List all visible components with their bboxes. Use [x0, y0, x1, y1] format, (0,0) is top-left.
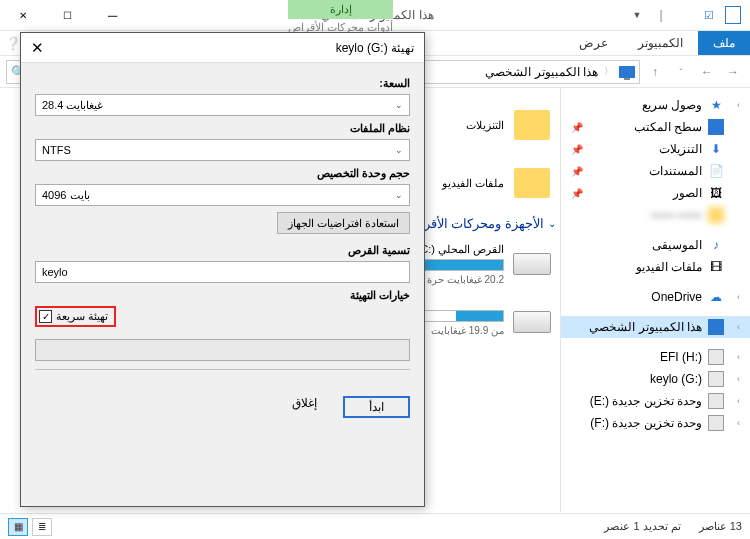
quick-format-label: تهيئة سريعة: [56, 310, 108, 323]
dialog-titlebar[interactable]: تهيئة (:keylo (G ✕: [21, 33, 424, 63]
filesystem-label: نظام الملفات: [35, 122, 410, 135]
up-button[interactable]: ↑: [644, 61, 666, 83]
addr-text: هذا الكمبيوتر الشخصي: [485, 65, 598, 79]
pc-icon: [619, 66, 635, 78]
pin-icon: 📌: [571, 122, 583, 133]
capacity-label: السعة:: [35, 77, 410, 90]
nav-music[interactable]: ♪الموسيقى: [561, 234, 750, 256]
chevron-down-icon: ⌄: [395, 100, 403, 110]
tab-computer[interactable]: الكمبيوتر: [623, 31, 698, 55]
nav-blur[interactable]: —— ——: [561, 204, 750, 226]
forward-button[interactable]: ←: [696, 61, 718, 83]
maximize-button[interactable]: ☐: [45, 0, 90, 30]
volume-label-label: تسمية القرص: [35, 244, 410, 257]
nav-this-pc[interactable]: ›هذا الكمبيوتر الشخصي: [561, 316, 750, 338]
filesystem-combo[interactable]: NTFS⌄: [35, 139, 410, 161]
recent-chevron-icon[interactable]: ˇ: [670, 61, 692, 83]
nav-keylo[interactable]: ›keylo (G:): [561, 368, 750, 390]
back-button[interactable]: →: [722, 61, 744, 83]
chevron-down-icon: ⌄: [395, 190, 403, 200]
pin-icon: 📌: [571, 144, 583, 155]
nav-videos[interactable]: 🎞ملفات الفيديو: [561, 256, 750, 278]
tab-file[interactable]: ملف: [698, 31, 750, 55]
navigation-pane: ›★وصول سريع سطح المكتب📌 ⬇التنزيلات📌 📄الم…: [560, 88, 750, 512]
restore-defaults-button[interactable]: استعادة افتراضيات الجهاز: [277, 212, 410, 234]
manage-label: إدارة: [288, 0, 393, 19]
start-button[interactable]: ابدأ: [347, 400, 406, 414]
disabled-field: [35, 339, 410, 361]
capacity-combo[interactable]: 28.4 غيغابايت⌄: [35, 94, 410, 116]
allocation-label: حجم وحدة التخصيص: [35, 167, 410, 180]
status-selected: تم تحديد 1 عنصر: [604, 520, 680, 533]
nav-documents[interactable]: 📄المستندات📌: [561, 160, 750, 182]
dialog-title: تهيئة (:keylo (G: [336, 41, 414, 55]
window-controls: ─ ☐ ✕: [0, 0, 135, 30]
quick-format-checkbox[interactable]: ✓: [39, 310, 52, 323]
contextual-tab-manage[interactable]: إدارة أدوات محركات الأقراص: [288, 0, 393, 36]
allocation-combo[interactable]: 4096 بايت⌄: [35, 184, 410, 206]
status-bar: 13 عناصر تم تحديد 1 عنصر ≣ ▦: [0, 513, 750, 539]
qat-chevron-icon[interactable]: ▼: [626, 4, 648, 26]
minimize-button[interactable]: ─: [90, 0, 135, 30]
title-bar: ☑ | ▼ هذا الكمبيوتر الشخصي إدارة أدوات م…: [0, 0, 750, 31]
nav-efi[interactable]: ›EFI (H:): [561, 346, 750, 368]
close-dialog-button[interactable]: إغلاق: [274, 396, 335, 418]
blank-icon: [674, 4, 696, 26]
dialog-close-icon[interactable]: ✕: [31, 39, 44, 57]
properties-icon[interactable]: ☑: [698, 4, 720, 26]
nav-downloads[interactable]: ⬇التنزيلات📌: [561, 138, 750, 160]
pin-icon: 📌: [571, 166, 583, 177]
chevron-down-icon: ⌄: [395, 145, 403, 155]
tab-view[interactable]: عرض: [564, 31, 623, 55]
doc-icon: [722, 4, 744, 26]
addr-chevron-icon: 〈: [604, 65, 613, 78]
quick-access-toolbar: ☑ | ▼: [620, 4, 750, 26]
nav-onedrive[interactable]: ›☁OneDrive: [561, 286, 750, 308]
format-options-label: خيارات التهيئة: [35, 289, 410, 302]
start-button-highlight: ابدأ: [343, 396, 410, 418]
nav-quick-access[interactable]: ›★وصول سريع: [561, 94, 750, 116]
close-button[interactable]: ✕: [0, 0, 45, 30]
qat-separator: |: [650, 4, 672, 26]
format-dialog: تهيئة (:keylo (G ✕ السعة: 28.4 غيغابايت⌄…: [20, 32, 425, 507]
nav-vol-e[interactable]: ›وحدة تخزين جديدة (:E): [561, 390, 750, 412]
nav-vol-f[interactable]: ›وحدة تخزين جديدة (:F): [561, 412, 750, 434]
quick-format-highlight: تهيئة سريعة ✓: [35, 306, 116, 327]
nav-desktop[interactable]: سطح المكتب📌: [561, 116, 750, 138]
view-details-icon[interactable]: ≣: [32, 518, 52, 536]
nav-pictures[interactable]: 🖼الصور📌: [561, 182, 750, 204]
pin-icon: 📌: [571, 188, 583, 199]
volume-label-input[interactable]: keylo: [35, 261, 410, 283]
view-tiles-icon[interactable]: ▦: [8, 518, 28, 536]
status-item-count: 13 عناصر: [699, 520, 742, 533]
